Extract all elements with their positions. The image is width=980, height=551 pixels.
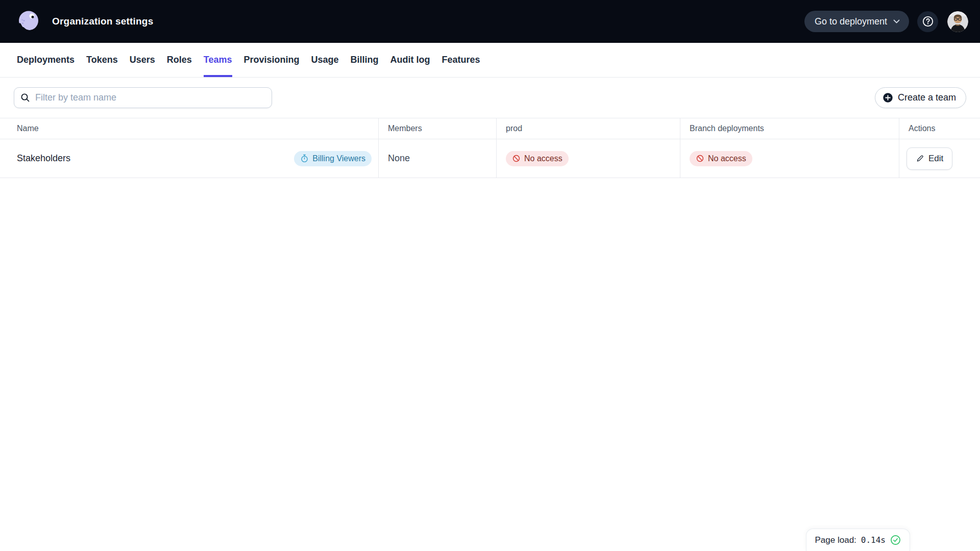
tab-deployments[interactable]: Deployments — [17, 43, 75, 77]
tab-features[interactable]: Features — [442, 43, 480, 77]
no-access-badge: No access — [690, 151, 752, 166]
teams-toolbar: Create a team — [0, 87, 980, 108]
pencil-icon — [916, 154, 924, 163]
filter-by-team-name-input[interactable] — [14, 87, 272, 108]
table-row: Stakeholders Billing Viewers None — [0, 139, 980, 178]
tab-provisioning[interactable]: Provisioning — [244, 43, 300, 77]
chevron-down-icon — [893, 19, 900, 23]
check-circle-icon — [890, 535, 901, 545]
prohibited-circle-icon — [696, 154, 704, 163]
billing-viewers-label: Billing Viewers — [312, 154, 365, 163]
octopus-logo-icon[interactable] — [16, 9, 41, 34]
team-name: Stakeholders — [17, 153, 70, 164]
teams-table: Name Members prod Branch deployments Act… — [0, 118, 980, 178]
go-to-deployment-button[interactable]: Go to deployment — [804, 11, 909, 32]
page-load-label: Page load: — [815, 535, 856, 545]
column-header-name: Name — [0, 118, 378, 139]
team-filter — [14, 87, 272, 108]
prohibited-circle-icon — [512, 154, 521, 163]
tab-usage[interactable]: Usage — [311, 43, 339, 77]
tab-users[interactable]: Users — [130, 43, 155, 77]
tab-audit-log[interactable]: Audit log — [390, 43, 430, 77]
column-header-members: Members — [378, 118, 496, 139]
column-header-branch-deployments: Branch deployments — [680, 118, 899, 139]
table-header-row: Name Members prod Branch deployments Act… — [0, 118, 980, 139]
members-cell: None — [378, 139, 496, 178]
billing-viewers-badge: Billing Viewers — [294, 151, 372, 166]
edit-label: Edit — [928, 154, 943, 164]
tab-billing[interactable]: Billing — [351, 43, 379, 77]
tab-teams[interactable]: Teams — [204, 43, 232, 77]
question-mark-circle-icon — [922, 15, 934, 28]
page-title: Organization settings — [52, 16, 153, 27]
top-header-bar: Organization settings Go to deployment — [0, 0, 980, 43]
column-header-actions: Actions — [899, 118, 980, 139]
no-access-badge: No access — [506, 151, 569, 166]
user-avatar[interactable] — [947, 11, 968, 32]
settings-tab-bar: Deployments Tokens Users Roles Teams Pro… — [0, 43, 980, 78]
create-team-button[interactable]: Create a team — [875, 87, 966, 108]
stopwatch-icon — [300, 154, 309, 163]
actions-cell: Edit — [899, 139, 980, 178]
team-name-cell: Stakeholders Billing Viewers — [0, 139, 378, 178]
branch-deployments-access-cell: No access — [680, 139, 899, 178]
tab-tokens[interactable]: Tokens — [86, 43, 118, 77]
page-load-widget: Page load: 0.14s — [806, 529, 910, 551]
organization-settings-page: Organization settings Go to deployment — [0, 0, 980, 551]
page-load-value: 0.14s — [861, 535, 886, 545]
no-access-label: No access — [524, 154, 562, 163]
help-button[interactable] — [917, 11, 938, 32]
prod-access-cell: No access — [496, 139, 680, 178]
plus-circle-icon — [883, 92, 893, 103]
column-header-prod: prod — [496, 118, 680, 139]
edit-team-button[interactable]: Edit — [906, 147, 952, 170]
tab-roles[interactable]: Roles — [167, 43, 192, 77]
no-access-label: No access — [708, 154, 746, 163]
create-team-label: Create a team — [898, 92, 956, 103]
go-to-deployment-label: Go to deployment — [815, 16, 887, 27]
